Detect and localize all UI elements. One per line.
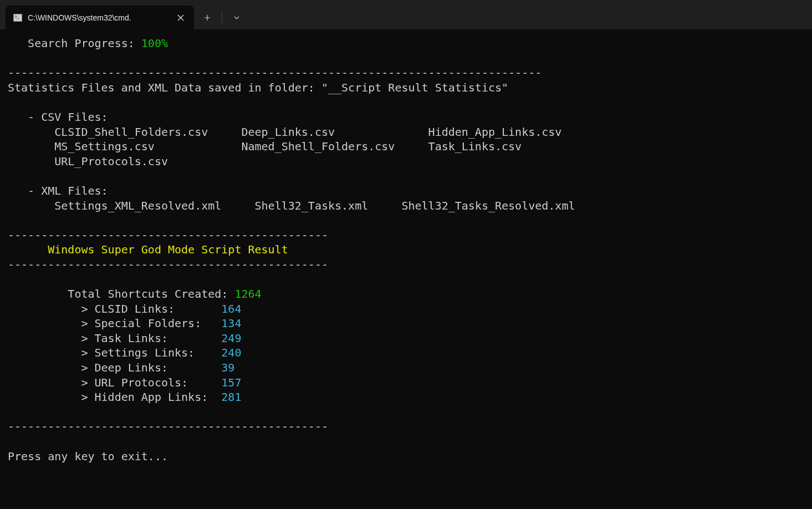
csv-line-3: URL_Protocols.csv (8, 155, 168, 168)
plus-icon (204, 14, 211, 21)
settings-links-value: 240 (221, 346, 241, 359)
terminal-output[interactable]: Search Progress: 100% ------------------… (0, 29, 812, 470)
clsid-links-value: 164 (221, 302, 241, 315)
divider-long-1: ----------------------------------------… (8, 66, 542, 79)
search-progress-label: Search Progress: (8, 37, 141, 50)
hidden-app-links-label: > Hidden App Links: (8, 390, 221, 404)
csv-line-1: CLSID_Shell_Folders.csv Deep_Links.csv H… (8, 125, 561, 139)
divider-short-1: ----------------------------------------… (8, 228, 328, 242)
deep-links-value: 39 (221, 361, 234, 374)
titlebar-controls (194, 6, 250, 29)
total-shortcuts-label: Total Shortcuts Created: (8, 287, 234, 301)
search-progress-value: 100% (141, 37, 168, 50)
special-folders-label: > Special Folders: (8, 317, 221, 330)
total-shortcuts-value: 1264 (234, 287, 261, 301)
titlebar-divider (222, 12, 222, 24)
deep-links-label: > Deep Links: (8, 361, 221, 374)
cmd-icon (13, 14, 22, 22)
url-protocols-label: > URL Protocols: (8, 376, 221, 389)
xml-line-1: Settings_XML_Resolved.xml Shell32_Tasks.… (8, 199, 575, 212)
terminal-tab[interactable]: C:\WINDOWS\system32\cmd. (6, 6, 194, 29)
close-icon (177, 14, 184, 21)
press-key-prompt: Press any key to exit... (8, 450, 168, 463)
tab-title: C:\WINDOWS\system32\cmd. (28, 13, 170, 22)
csv-header: - CSV Files: (8, 110, 108, 124)
close-tab-button[interactable] (175, 12, 186, 23)
xml-header: - XML Files: (8, 184, 108, 197)
url-protocols-value: 157 (221, 376, 241, 389)
chevron-down-icon (233, 16, 240, 20)
settings-links-label: > Settings Links: (8, 346, 221, 359)
hidden-app-links-value: 281 (221, 390, 241, 404)
csv-line-2: MS_Settings.csv Named_Shell_Folders.csv … (8, 140, 522, 153)
stats-saved-line: Statistics Files and XML Data saved in f… (8, 81, 508, 94)
special-folders-value: 134 (221, 317, 241, 330)
task-links-value: 249 (221, 332, 241, 345)
clsid-links-label: > CLSID Links: (8, 302, 221, 315)
window-titlebar: C:\WINDOWS\system32\cmd. (0, 0, 812, 29)
task-links-label: > Task Links: (8, 332, 221, 345)
divider-short-3: ----------------------------------------… (8, 420, 328, 433)
tab-dropdown-button[interactable] (223, 6, 250, 29)
new-tab-button[interactable] (194, 6, 221, 29)
divider-short-2: ----------------------------------------… (8, 258, 328, 271)
result-title: Windows Super God Mode Script Result (8, 243, 288, 256)
